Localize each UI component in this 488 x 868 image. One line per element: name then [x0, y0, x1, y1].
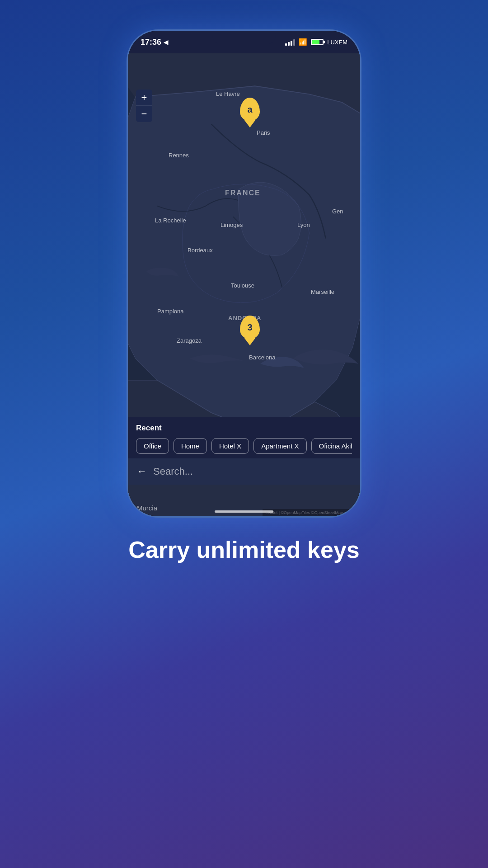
search-bar[interactable]: ← Search...: [128, 458, 360, 485]
chip-apartment-x[interactable]: Apartment X: [253, 438, 306, 454]
murcia-label: Murcia: [137, 504, 157, 512]
search-back-arrow-icon[interactable]: ←: [137, 466, 147, 477]
home-indicator: [215, 510, 273, 513]
paris-pin-icon: a: [247, 104, 252, 115]
battery-fill: [312, 40, 319, 44]
chip-office[interactable]: Office: [136, 438, 169, 454]
status-time: 17:36 ◀: [141, 38, 168, 47]
recent-title: Recent: [136, 424, 352, 433]
recent-chips: Office Home Hotel X Apartment X Oficina …: [136, 438, 352, 454]
paris-pin[interactable]: a: [240, 98, 260, 121]
phone-notch: [212, 31, 276, 44]
recent-section: Recent Office Home Hotel X Apartment X O…: [128, 417, 360, 458]
zoom-out-button[interactable]: −: [136, 106, 152, 122]
battery-icon: [311, 39, 324, 45]
location-arrow-icon: ◀: [164, 39, 168, 46]
zoom-in-button[interactable]: +: [136, 90, 152, 106]
search-placeholder[interactable]: Search...: [153, 466, 193, 477]
signal-bars-icon: [285, 38, 295, 46]
chip-hotel-x[interactable]: Hotel X: [211, 438, 249, 454]
bottom-panel: Recent Office Home Hotel X Apartment X O…: [128, 417, 360, 516]
barcelona-pin-body: 3: [240, 316, 260, 339]
phone-border: 17:36 ◀ 📶 LUXEM: [127, 29, 361, 518]
paris-pin-body: a: [240, 98, 260, 121]
barcelona-pin[interactable]: 3: [240, 316, 260, 339]
status-right: 📶 LUXEM: [285, 38, 347, 46]
barcelona-pin-icon: 3: [247, 322, 252, 333]
zoom-controls: + −: [136, 90, 152, 122]
wifi-icon: 📶: [299, 38, 307, 46]
bottom-tagline: Carry unlimited keys: [86, 536, 402, 564]
time-display: 17:36: [141, 38, 161, 47]
phone-wrapper: 17:36 ◀ 📶 LUXEM: [127, 29, 361, 518]
chip-home[interactable]: Home: [174, 438, 207, 454]
carrier-label: LUXEM: [327, 39, 347, 46]
map-container[interactable]: Le Havre Paris Rennes FRANCE La Rochelle…: [128, 53, 360, 516]
chip-oficina[interactable]: Oficina Akiles B: [311, 438, 352, 454]
map-attribution: Leaflet | ©OpenMapTiles ©OpenStreetMap c…: [263, 509, 360, 516]
